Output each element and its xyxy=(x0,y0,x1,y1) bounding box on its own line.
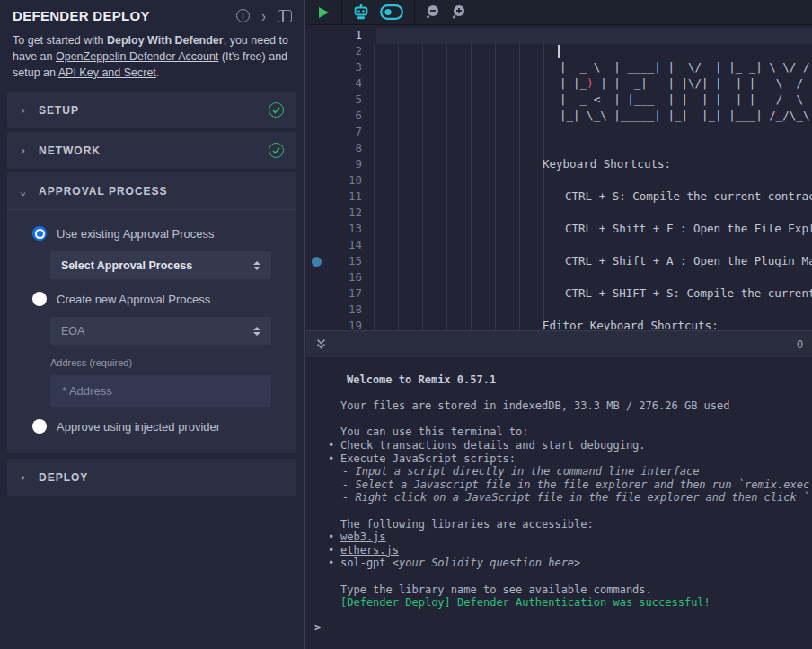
terminal-line: Check transactions details and start deb… xyxy=(306,439,812,452)
collapse-terminal-icon[interactable] xyxy=(315,338,327,350)
select-approval-process-dropdown[interactable]: Select Approval Process xyxy=(50,251,271,279)
line-number[interactable]: 18 xyxy=(306,303,362,319)
section-approval-header[interactable]: ⌄ APPROVAL PROCESS xyxy=(7,172,296,209)
terminal-line: - Select a Javascript file in the file e… xyxy=(306,478,812,492)
code-line: | _ \ | ____| | \/ | |_ _| \ \/ / xyxy=(374,60,812,76)
radio-unselected-icon[interactable] xyxy=(32,292,47,306)
terminal-line: web3.js xyxy=(306,531,812,544)
intro-text: To get started with Deploy With Defender… xyxy=(0,23,304,92)
line-number[interactable]: 5 xyxy=(306,92,362,109)
approval-process-body: Use existing Approval Process Select App… xyxy=(7,209,296,453)
check-circle-icon xyxy=(269,143,284,158)
run-script-button[interactable] xyxy=(316,5,331,20)
section-label: DEPLOY xyxy=(39,471,284,484)
link[interactable]: OpenZeppelin Defender Account xyxy=(56,50,218,63)
terminal-header-bar: 0 xyxy=(306,330,812,357)
toolbar-separator xyxy=(414,0,415,25)
code-line: ____ _____ __ __ ___ __ __ xyxy=(374,44,812,60)
terminal-line: You can use this terminal to: xyxy=(306,425,812,439)
main-area: 12345678910111213141516171819 ____ _____… xyxy=(306,0,812,649)
section-approval-process: ⌄ APPROVAL PROCESS Use existing Approval… xyxy=(7,172,296,453)
zoom-out-icon[interactable] xyxy=(426,4,441,20)
terminal-line: - Right click on a JavaScript file in th… xyxy=(306,491,812,504)
radio-selected-icon[interactable] xyxy=(32,226,47,241)
editor-toolbar xyxy=(306,0,812,25)
line-number[interactable]: 7 xyxy=(306,125,362,141)
section-label: SETUP xyxy=(39,104,259,117)
terminal-line: [Defender Deploy] Defender Authenticatio… xyxy=(306,596,812,610)
terminal-line xyxy=(306,570,812,583)
line-number[interactable]: 17 xyxy=(306,286,362,303)
address-field-label: Address (required) xyxy=(50,357,278,368)
code-line xyxy=(374,141,812,157)
section-setup-header[interactable]: › SETUP xyxy=(7,92,296,128)
radio-create-new-approval[interactable]: Create new Approval Process xyxy=(32,292,278,306)
code-line: CTRL + S: Compile the current contract xyxy=(374,189,812,206)
code-line xyxy=(374,206,812,222)
line-number[interactable]: 8 xyxy=(306,141,362,157)
link[interactable]: API Key and Secret xyxy=(58,66,156,79)
code-line: |_| \_\ |_____| |_| |_| |___| /_/\_\ xyxy=(374,109,812,125)
code-line xyxy=(374,238,812,254)
terminal[interactable]: Welcome to Remix 0.57.1Your files are st… xyxy=(306,357,812,649)
terminal-line xyxy=(306,504,812,518)
code-line: CTRL + Shift + F : Open the File Explore… xyxy=(374,222,812,238)
terminal-line: ethers.js xyxy=(306,544,812,557)
radio-label: Use existing Approval Process xyxy=(57,227,215,241)
chevron-down-icon: ⌄ xyxy=(20,185,29,197)
line-number[interactable]: 2 xyxy=(306,44,362,60)
line-number[interactable]: 12 xyxy=(306,206,362,222)
line-number[interactable]: 9 xyxy=(306,157,362,173)
code-line xyxy=(374,28,812,44)
section-label: NETWORK xyxy=(39,145,259,157)
code-line: CTRL + SHIFT + S: Compile the current co… xyxy=(374,286,812,303)
code-line: | _ < | |___ | | | | | | / \ xyxy=(374,92,812,109)
terminal-line: Type the library name to see available c… xyxy=(306,583,812,597)
terminal-line: Execute JavaScript scripts: xyxy=(306,452,812,466)
line-number[interactable]: 11 xyxy=(306,189,362,206)
line-number[interactable]: 10 xyxy=(306,173,362,189)
chevron-right-icon: › xyxy=(20,145,29,157)
code-editor[interactable]: 12345678910111213141516171819 ____ _____… xyxy=(306,26,812,331)
line-number[interactable]: 4 xyxy=(306,76,362,92)
copilot-toggle[interactable] xyxy=(380,4,403,20)
line-number[interactable]: 1 xyxy=(306,28,362,44)
code-line: | |_) | | _| | |\/| | | | \ / xyxy=(374,76,812,92)
breakpoint-dot[interactable] xyxy=(312,257,322,267)
section-label: APPROVAL PROCESS xyxy=(39,185,284,197)
terminal-line xyxy=(306,387,812,400)
chevron-right-icon: › xyxy=(20,471,29,484)
section-network-header[interactable]: › NETWORK xyxy=(7,132,296,169)
link[interactable]: ethers.js xyxy=(340,544,399,557)
line-number[interactable]: 13 xyxy=(306,222,362,238)
page-title: DEFENDER DEPLOY xyxy=(13,8,150,23)
section-deploy-header[interactable]: › DEPLOY xyxy=(7,459,296,496)
section-setup: › SETUP xyxy=(7,92,296,128)
terminal-line: The following libraries are accessible: xyxy=(306,518,812,531)
line-number[interactable]: 19 xyxy=(306,319,362,331)
approval-type-dropdown[interactable]: EOA xyxy=(50,317,271,345)
dropdown-value: Select Approval Process xyxy=(61,259,192,272)
line-number[interactable]: 16 xyxy=(306,270,362,286)
line-number-gutter[interactable]: 12345678910111213141516171819 xyxy=(306,28,362,331)
radio-unselected-icon[interactable] xyxy=(32,419,47,434)
radio-use-existing-approval[interactable]: Use existing Approval Process xyxy=(32,226,278,241)
split-panel-icon[interactable] xyxy=(278,10,292,22)
terminal-line xyxy=(306,413,812,426)
terminal-line: - Input a script directly in the command… xyxy=(306,465,812,478)
line-number[interactable]: 14 xyxy=(306,238,362,254)
zoom-in-icon[interactable] xyxy=(452,4,467,20)
chevron-right-icon[interactable]: › xyxy=(261,8,266,24)
info-icon[interactable]: ! xyxy=(236,9,250,22)
sort-arrows-icon xyxy=(253,261,260,270)
code-line xyxy=(374,173,812,189)
transaction-count-badge: 0 xyxy=(797,338,803,351)
code-line xyxy=(374,270,812,286)
address-input[interactable] xyxy=(50,375,271,407)
line-number[interactable]: 6 xyxy=(306,109,362,125)
link[interactable]: web3.js xyxy=(340,531,386,543)
ai-robot-icon[interactable] xyxy=(353,4,369,20)
radio-approve-injected-provider[interactable]: Approve using injected provider xyxy=(32,419,278,434)
terminal-prompt[interactable]: > xyxy=(306,620,812,635)
line-number[interactable]: 3 xyxy=(306,60,362,76)
